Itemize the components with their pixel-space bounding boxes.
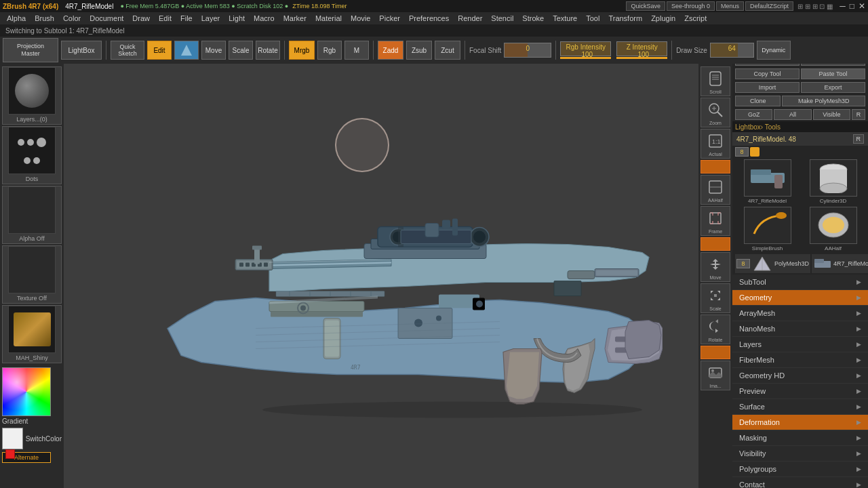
menu-item-file[interactable]: File	[176, 14, 197, 23]
m-button[interactable]: M	[344, 41, 369, 60]
minimize-icon[interactable]: ─	[840, 1, 846, 11]
menu-item-stroke[interactable]: Stroke	[518, 14, 548, 23]
rotate-button[interactable]: Rotate	[256, 41, 280, 60]
copy-tool-button[interactable]: Copy Tool	[735, 68, 800, 79]
tool-menu-item-surface[interactable]: Surface▶	[732, 399, 868, 415]
move-button[interactable]: Move	[201, 41, 226, 60]
color-picker[interactable]: Gradient SwitchColor Alternate	[2, 367, 62, 463]
aahalf-button[interactable]: AAHalf	[701, 175, 730, 205]
r-button[interactable]: R	[852, 109, 865, 120]
rifle2-item[interactable]: 4R7_RifleModel	[812, 254, 868, 273]
material-panel-item[interactable]: MAH_Shiny	[2, 305, 62, 363]
goz-button[interactable]: GoZ	[735, 109, 772, 120]
zoom-button[interactable]: Zoom	[701, 98, 730, 127]
menu-item-color[interactable]: Color	[59, 14, 85, 23]
tool-menu-item-contact[interactable]: Contact▶	[732, 477, 868, 488]
make-polymesh3d-button[interactable]: Make PolyMesh3D	[782, 96, 865, 106]
mrgb-button[interactable]: Mrgb	[289, 41, 315, 60]
export-button[interactable]: Export	[801, 82, 865, 93]
maximize-icon[interactable]: □	[850, 1, 854, 11]
menu-item-texture[interactable]: Texture	[549, 14, 581, 23]
menus-button[interactable]: Menus	[716, 1, 744, 11]
menu-item-tool[interactable]: Tool	[582, 14, 604, 23]
zsub-button[interactable]: Zsub	[406, 41, 432, 60]
color-swatch[interactable]	[2, 367, 51, 416]
tool-menu-item-geometry[interactable]: Geometry▶	[732, 290, 868, 306]
quick-sketch-button[interactable]: Quick Sketch	[111, 41, 144, 60]
quicksave-button[interactable]: QuickSave	[626, 1, 665, 11]
menu-item-alpha[interactable]: Alpha	[3, 14, 30, 23]
tool-menu-item-masking[interactable]: Masking▶	[732, 430, 868, 446]
visible-button[interactable]: Visible	[813, 109, 850, 120]
menu-item-picker[interactable]: Picker	[375, 14, 404, 23]
actual-button[interactable]: 1:1 Actual	[701, 129, 730, 159]
alpha-off-panel-item[interactable]: Alpha Off	[2, 186, 62, 244]
import-button[interactable]: Import	[735, 82, 800, 93]
close-icon[interactable]: ✕	[859, 1, 865, 11]
edit-button[interactable]: Edit	[147, 41, 172, 60]
menu-item-movie[interactable]: Movie	[347, 14, 374, 23]
mesh-thumb-rifle[interactable]: 4R7_RifleModel	[735, 159, 800, 204]
scroll-button[interactable]: Scroll	[701, 66, 730, 96]
menu-item-brush[interactable]: Brush	[31, 14, 58, 23]
menu-item-edit[interactable]: Edit	[155, 14, 176, 23]
zcut-button[interactable]: Zcut	[435, 41, 460, 60]
rgb-button[interactable]: Rgb	[317, 41, 342, 60]
projection-master-button[interactable]: Projection Master	[3, 38, 58, 62]
right-rotate-button[interactable]: Rotate	[701, 314, 730, 344]
lightbox-button[interactable]: LightBox	[61, 41, 102, 60]
menu-item-preferences[interactable]: Preferences	[405, 14, 453, 23]
polymesh-item[interactable]: 8 PolyMesh3D	[735, 254, 810, 273]
tool-menu-item-layers[interactable]: Layers▶	[732, 337, 868, 352]
menu-item-marker[interactable]: Marker	[279, 14, 311, 23]
tool-menu-item-subtool[interactable]: SubTool▶	[732, 274, 868, 290]
right-move-button[interactable]: Move	[701, 252, 730, 282]
switch-color-box[interactable]	[2, 428, 23, 449]
mesh-thumb-cylinder[interactable]: Cylinder3D	[801, 159, 865, 204]
dynamic-button[interactable]: Dynamic	[757, 41, 791, 60]
mesh-thumb-simplebrush[interactable]: SimpleBrush	[735, 207, 800, 251]
focal-shift-slider[interactable]: 0	[504, 43, 551, 58]
tool-menu-item-polygroups[interactable]: Polygroups▶	[732, 462, 868, 477]
clone-button[interactable]: Clone	[735, 96, 781, 106]
menu-item-light[interactable]: Light	[224, 14, 249, 23]
z-intensity-slider[interactable]: Z Intensity 100	[616, 41, 667, 56]
right-scale-button[interactable]: Scale	[701, 283, 730, 313]
image-button[interactable]: Ima...	[701, 361, 730, 390]
tool-menu-item-arraymesh[interactable]: ArrayMesh▶	[732, 306, 868, 321]
menu-item-stencil[interactable]: Stencil	[487, 14, 517, 23]
menu-item-draw[interactable]: Draw	[128, 14, 154, 23]
all-button[interactable]: All	[774, 109, 811, 120]
canvas-background[interactable]: 4R7 SPol	[64, 64, 732, 488]
menu-item-macro[interactable]: Macro	[250, 14, 279, 23]
menu-item-layer[interactable]: Layer	[197, 14, 224, 23]
menu-item-zplugin[interactable]: Zplugin	[647, 14, 679, 23]
color-indicator[interactable]	[5, 449, 15, 459]
texture-off-panel-item[interactable]: Texture Off	[2, 245, 62, 304]
menu-item-zscript[interactable]: Zscript	[680, 14, 711, 23]
frame-button[interactable]: Frame	[701, 206, 730, 236]
draw-mode-button[interactable]	[174, 41, 199, 60]
scale-button[interactable]: Scale	[229, 41, 253, 60]
see-through-button[interactable]: See-through 0	[667, 1, 715, 11]
rifle2-icon	[813, 256, 832, 272]
draw-size-slider[interactable]: 64	[710, 43, 754, 58]
menu-item-material[interactable]: Material	[311, 14, 346, 23]
tool-menu-item-geometry-hd[interactable]: Geometry HD▶	[732, 368, 868, 384]
tool-menu-item-preview[interactable]: Preview▶	[732, 384, 868, 399]
tool-menu-item-fibermesh[interactable]: FiberMesh▶	[732, 352, 868, 368]
alpha-panel-item[interactable]: Layers...(0)	[2, 66, 62, 125]
menu-item-render[interactable]: Render	[454, 14, 486, 23]
rgb-intensity-slider[interactable]: Rgb Intensity 100	[560, 41, 611, 56]
tool-menu-item-deformation[interactable]: Deformation▶	[732, 415, 868, 430]
tool-menu-item-visibility[interactable]: Visibility▶	[732, 446, 868, 462]
default-script-button[interactable]: DefaultZScript	[745, 1, 793, 11]
model-r-button[interactable]: R	[853, 134, 865, 144]
menu-item-document[interactable]: Document	[85, 14, 127, 23]
zadd-button[interactable]: Zadd	[378, 41, 403, 60]
paste-tool-button[interactable]: Paste Tool	[801, 68, 865, 79]
mesh-thumb-aahalf[interactable]: AAHalf	[801, 207, 865, 251]
menu-item-transform[interactable]: Transform	[604, 14, 646, 23]
tool-menu-item-nanomesh[interactable]: NanoMesh▶	[732, 321, 868, 337]
dots-panel-item[interactable]: Dots	[2, 126, 62, 184]
